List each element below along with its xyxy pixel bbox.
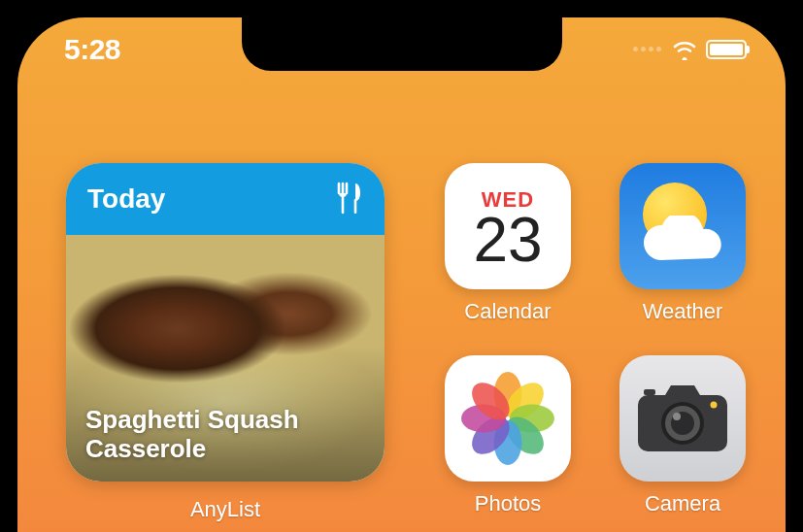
- home-grid: Today Spaghetti Squash Casserole Any: [66, 163, 737, 532]
- camera-label: Camera: [645, 491, 720, 516]
- recipe-name: Spaghetti Squash Casserole: [85, 406, 365, 464]
- status-time: 5:28: [64, 33, 120, 66]
- cloud-icon: [637, 216, 734, 268]
- weather-app[interactable]: Weather: [619, 163, 746, 324]
- photos-icon: [445, 355, 571, 482]
- calendar-icon: WED 23: [445, 163, 571, 289]
- widget-label: AnyList: [66, 497, 385, 522]
- recipe-image: Spaghetti Squash Casserole: [66, 235, 385, 482]
- status-right: [633, 39, 747, 60]
- widget-header: Today: [66, 163, 385, 235]
- photos-label: Photos: [475, 491, 542, 516]
- phone-frame: 5:28 Today: [17, 17, 786, 532]
- weather-label: Weather: [643, 299, 723, 324]
- svg-point-14: [673, 413, 681, 420]
- svg-point-15: [711, 402, 718, 409]
- page-dots-icon: [633, 47, 661, 51]
- calendar-app[interactable]: WED 23 Calendar: [445, 163, 571, 324]
- weather-icon: [619, 163, 746, 289]
- widget-title: Today: [87, 183, 165, 215]
- battery-icon: [706, 40, 747, 59]
- camera-app[interactable]: Camera: [619, 355, 746, 516]
- calendar-date: 23: [473, 211, 542, 270]
- svg-rect-0: [354, 199, 357, 214]
- svg-rect-10: [644, 389, 655, 395]
- fork-knife-icon: [334, 182, 363, 216]
- calendar-label: Calendar: [464, 299, 551, 324]
- camera-icon: [619, 355, 746, 482]
- anylist-widget[interactable]: Today Spaghetti Squash Casserole: [66, 163, 385, 482]
- wifi-icon: [671, 39, 698, 60]
- photos-app[interactable]: Photos: [445, 355, 571, 516]
- notch: [242, 17, 562, 71]
